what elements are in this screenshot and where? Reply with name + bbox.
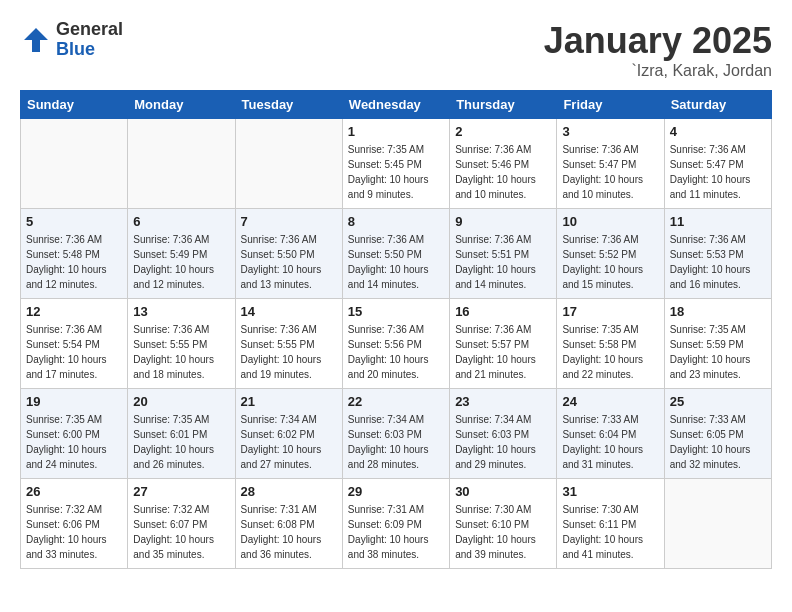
day-number: 12 bbox=[26, 304, 122, 319]
day-info: Sunrise: 7:31 AMSunset: 6:08 PMDaylight:… bbox=[241, 502, 337, 562]
calendar-cell bbox=[235, 119, 342, 209]
calendar-cell bbox=[21, 119, 128, 209]
calendar-cell: 16Sunrise: 7:36 AMSunset: 5:57 PMDayligh… bbox=[450, 299, 557, 389]
calendar-week-row: 5Sunrise: 7:36 AMSunset: 5:48 PMDaylight… bbox=[21, 209, 772, 299]
calendar-cell: 31Sunrise: 7:30 AMSunset: 6:11 PMDayligh… bbox=[557, 479, 664, 569]
day-info: Sunrise: 7:36 AMSunset: 5:47 PMDaylight:… bbox=[562, 142, 658, 202]
calendar-cell: 15Sunrise: 7:36 AMSunset: 5:56 PMDayligh… bbox=[342, 299, 449, 389]
day-number: 14 bbox=[241, 304, 337, 319]
day-number: 11 bbox=[670, 214, 766, 229]
day-number: 17 bbox=[562, 304, 658, 319]
calendar-cell: 28Sunrise: 7:31 AMSunset: 6:08 PMDayligh… bbox=[235, 479, 342, 569]
calendar-cell: 19Sunrise: 7:35 AMSunset: 6:00 PMDayligh… bbox=[21, 389, 128, 479]
calendar-cell: 27Sunrise: 7:32 AMSunset: 6:07 PMDayligh… bbox=[128, 479, 235, 569]
logo-general: General bbox=[56, 20, 123, 40]
location: `Izra, Karak, Jordan bbox=[544, 62, 772, 80]
calendar-cell: 6Sunrise: 7:36 AMSunset: 5:49 PMDaylight… bbox=[128, 209, 235, 299]
calendar-cell: 1Sunrise: 7:35 AMSunset: 5:45 PMDaylight… bbox=[342, 119, 449, 209]
calendar-cell: 25Sunrise: 7:33 AMSunset: 6:05 PMDayligh… bbox=[664, 389, 771, 479]
day-number: 10 bbox=[562, 214, 658, 229]
day-number: 1 bbox=[348, 124, 444, 139]
day-info: Sunrise: 7:30 AMSunset: 6:10 PMDaylight:… bbox=[455, 502, 551, 562]
day-number: 25 bbox=[670, 394, 766, 409]
calendar-cell: 3Sunrise: 7:36 AMSunset: 5:47 PMDaylight… bbox=[557, 119, 664, 209]
calendar-week-row: 19Sunrise: 7:35 AMSunset: 6:00 PMDayligh… bbox=[21, 389, 772, 479]
day-info: Sunrise: 7:36 AMSunset: 5:52 PMDaylight:… bbox=[562, 232, 658, 292]
day-number: 8 bbox=[348, 214, 444, 229]
day-number: 18 bbox=[670, 304, 766, 319]
calendar-week-row: 1Sunrise: 7:35 AMSunset: 5:45 PMDaylight… bbox=[21, 119, 772, 209]
day-info: Sunrise: 7:35 AMSunset: 5:58 PMDaylight:… bbox=[562, 322, 658, 382]
day-of-week-header: Sunday bbox=[21, 91, 128, 119]
logo-blue: Blue bbox=[56, 40, 123, 60]
day-info: Sunrise: 7:36 AMSunset: 5:50 PMDaylight:… bbox=[348, 232, 444, 292]
day-number: 7 bbox=[241, 214, 337, 229]
day-number: 19 bbox=[26, 394, 122, 409]
day-info: Sunrise: 7:34 AMSunset: 6:02 PMDaylight:… bbox=[241, 412, 337, 472]
day-info: Sunrise: 7:36 AMSunset: 5:49 PMDaylight:… bbox=[133, 232, 229, 292]
day-info: Sunrise: 7:36 AMSunset: 5:47 PMDaylight:… bbox=[670, 142, 766, 202]
calendar-cell: 17Sunrise: 7:35 AMSunset: 5:58 PMDayligh… bbox=[557, 299, 664, 389]
calendar-cell: 9Sunrise: 7:36 AMSunset: 5:51 PMDaylight… bbox=[450, 209, 557, 299]
logo: General Blue bbox=[20, 20, 123, 60]
calendar-cell: 13Sunrise: 7:36 AMSunset: 5:55 PMDayligh… bbox=[128, 299, 235, 389]
day-of-week-header: Saturday bbox=[664, 91, 771, 119]
calendar-header: SundayMondayTuesdayWednesdayThursdayFrid… bbox=[21, 91, 772, 119]
day-of-week-header: Thursday bbox=[450, 91, 557, 119]
day-info: Sunrise: 7:33 AMSunset: 6:04 PMDaylight:… bbox=[562, 412, 658, 472]
calendar-cell: 10Sunrise: 7:36 AMSunset: 5:52 PMDayligh… bbox=[557, 209, 664, 299]
day-number: 9 bbox=[455, 214, 551, 229]
day-number: 22 bbox=[348, 394, 444, 409]
day-number: 15 bbox=[348, 304, 444, 319]
day-info: Sunrise: 7:36 AMSunset: 5:46 PMDaylight:… bbox=[455, 142, 551, 202]
calendar-cell: 23Sunrise: 7:34 AMSunset: 6:03 PMDayligh… bbox=[450, 389, 557, 479]
calendar-cell: 11Sunrise: 7:36 AMSunset: 5:53 PMDayligh… bbox=[664, 209, 771, 299]
calendar-cell: 24Sunrise: 7:33 AMSunset: 6:04 PMDayligh… bbox=[557, 389, 664, 479]
day-of-week-header: Friday bbox=[557, 91, 664, 119]
day-info: Sunrise: 7:32 AMSunset: 6:07 PMDaylight:… bbox=[133, 502, 229, 562]
day-number: 4 bbox=[670, 124, 766, 139]
calendar-cell bbox=[128, 119, 235, 209]
day-number: 3 bbox=[562, 124, 658, 139]
calendar-cell: 30Sunrise: 7:30 AMSunset: 6:10 PMDayligh… bbox=[450, 479, 557, 569]
day-of-week-header: Wednesday bbox=[342, 91, 449, 119]
day-info: Sunrise: 7:30 AMSunset: 6:11 PMDaylight:… bbox=[562, 502, 658, 562]
day-number: 31 bbox=[562, 484, 658, 499]
day-number: 20 bbox=[133, 394, 229, 409]
calendar-cell: 22Sunrise: 7:34 AMSunset: 6:03 PMDayligh… bbox=[342, 389, 449, 479]
day-info: Sunrise: 7:35 AMSunset: 5:45 PMDaylight:… bbox=[348, 142, 444, 202]
day-info: Sunrise: 7:32 AMSunset: 6:06 PMDaylight:… bbox=[26, 502, 122, 562]
calendar-cell: 18Sunrise: 7:35 AMSunset: 5:59 PMDayligh… bbox=[664, 299, 771, 389]
day-number: 6 bbox=[133, 214, 229, 229]
day-number: 23 bbox=[455, 394, 551, 409]
title-block: January 2025 `Izra, Karak, Jordan bbox=[544, 20, 772, 80]
day-info: Sunrise: 7:34 AMSunset: 6:03 PMDaylight:… bbox=[348, 412, 444, 472]
calendar-cell: 7Sunrise: 7:36 AMSunset: 5:50 PMDaylight… bbox=[235, 209, 342, 299]
page-header: General Blue January 2025 `Izra, Karak, … bbox=[20, 20, 772, 80]
calendar-cell: 21Sunrise: 7:34 AMSunset: 6:02 PMDayligh… bbox=[235, 389, 342, 479]
day-number: 13 bbox=[133, 304, 229, 319]
day-number: 16 bbox=[455, 304, 551, 319]
day-info: Sunrise: 7:36 AMSunset: 5:57 PMDaylight:… bbox=[455, 322, 551, 382]
day-number: 21 bbox=[241, 394, 337, 409]
calendar-week-row: 12Sunrise: 7:36 AMSunset: 5:54 PMDayligh… bbox=[21, 299, 772, 389]
day-info: Sunrise: 7:36 AMSunset: 5:54 PMDaylight:… bbox=[26, 322, 122, 382]
day-of-week-header: Tuesday bbox=[235, 91, 342, 119]
logo-text: General Blue bbox=[56, 20, 123, 60]
calendar-cell: 12Sunrise: 7:36 AMSunset: 5:54 PMDayligh… bbox=[21, 299, 128, 389]
day-info: Sunrise: 7:36 AMSunset: 5:55 PMDaylight:… bbox=[241, 322, 337, 382]
calendar-cell: 4Sunrise: 7:36 AMSunset: 5:47 PMDaylight… bbox=[664, 119, 771, 209]
day-of-week-header: Monday bbox=[128, 91, 235, 119]
day-info: Sunrise: 7:35 AMSunset: 6:01 PMDaylight:… bbox=[133, 412, 229, 472]
day-number: 2 bbox=[455, 124, 551, 139]
calendar-cell: 26Sunrise: 7:32 AMSunset: 6:06 PMDayligh… bbox=[21, 479, 128, 569]
calendar-cell: 29Sunrise: 7:31 AMSunset: 6:09 PMDayligh… bbox=[342, 479, 449, 569]
day-info: Sunrise: 7:33 AMSunset: 6:05 PMDaylight:… bbox=[670, 412, 766, 472]
day-info: Sunrise: 7:36 AMSunset: 5:55 PMDaylight:… bbox=[133, 322, 229, 382]
calendar-cell: 8Sunrise: 7:36 AMSunset: 5:50 PMDaylight… bbox=[342, 209, 449, 299]
day-number: 29 bbox=[348, 484, 444, 499]
day-info: Sunrise: 7:36 AMSunset: 5:51 PMDaylight:… bbox=[455, 232, 551, 292]
day-number: 27 bbox=[133, 484, 229, 499]
calendar-week-row: 26Sunrise: 7:32 AMSunset: 6:06 PMDayligh… bbox=[21, 479, 772, 569]
month-title: January 2025 bbox=[544, 20, 772, 62]
